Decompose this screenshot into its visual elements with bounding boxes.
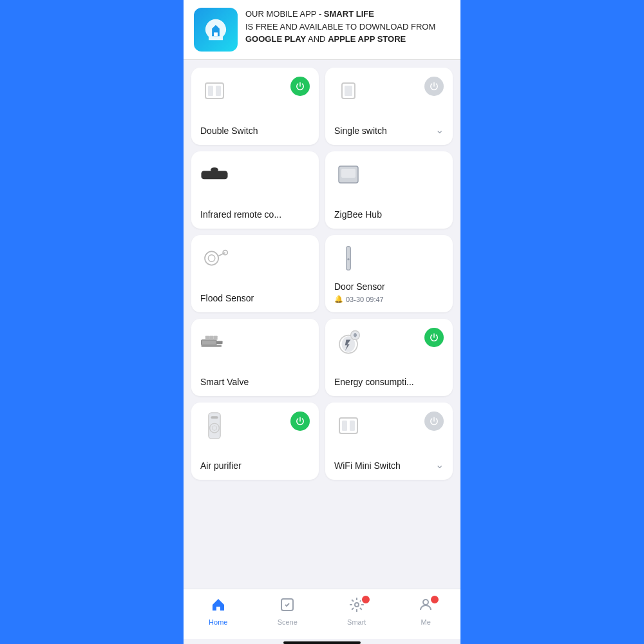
- svg-point-10: [205, 251, 218, 265]
- smart-life-logo: [194, 8, 238, 52]
- svg-rect-25: [211, 416, 218, 419]
- chevron-wifi-mini-switch: ⌄: [435, 459, 444, 471]
- device-card-door-sensor[interactable]: Door Sensor 🔔 03-30 09:47: [325, 235, 453, 312]
- svg-rect-9: [341, 169, 355, 178]
- device-name-flood-sensor: Flood Sensor: [200, 293, 310, 303]
- power-button-double-switch[interactable]: [290, 77, 310, 96]
- svg-rect-29: [342, 421, 347, 431]
- svg-rect-0: [214, 32, 218, 36]
- banner: OUR MOBILE APP - SMART LIFE IS FREE AND …: [184, 0, 460, 60]
- device-name-energy-consumption: Energy consumpti...: [334, 377, 444, 387]
- device-card-air-purifier[interactable]: Air purifier: [191, 402, 319, 480]
- svg-rect-20: [213, 336, 217, 340]
- nav-label-me: Me: [421, 618, 431, 626]
- wifi-mini-switch-icon: [334, 412, 363, 440]
- home-icon: [211, 597, 226, 616]
- svg-rect-16: [202, 340, 217, 345]
- device-card-double-switch[interactable]: Double Switch: [191, 68, 319, 145]
- single-switch-icon: [334, 77, 363, 105]
- scene-icon: [279, 597, 295, 616]
- flood-sensor-icon: [200, 244, 229, 272]
- svg-rect-2: [208, 86, 213, 96]
- me-badge: [430, 594, 440, 605]
- device-name-infrared-remote: Infrared remote co...: [200, 209, 310, 220]
- svg-rect-18: [205, 336, 209, 340]
- phone-container: OUR MOBILE APP - SMART LIFE IS FREE AND …: [184, 0, 460, 644]
- power-button-wifi-mini-switch[interactable]: [424, 412, 444, 431]
- svg-rect-19: [209, 336, 213, 340]
- smart-valve-icon: [200, 328, 229, 356]
- device-name-wifi-mini-switch: WiFi Mini Switch: [334, 460, 401, 471]
- nav-item-me[interactable]: Me: [392, 594, 461, 629]
- ir-remote-icon: [200, 160, 229, 189]
- svg-point-33: [423, 600, 428, 605]
- device-grid: Double Switch Single switch: [184, 60, 460, 589]
- svg-point-7: [211, 167, 218, 172]
- device-card-infrared-remote[interactable]: Infrared remote co...: [191, 151, 319, 229]
- device-name-smart-valve: Smart Valve: [200, 377, 310, 387]
- device-card-energy-consumption[interactable]: Energy consumpti...: [325, 319, 453, 396]
- svg-point-32: [355, 603, 359, 607]
- bottom-nav: Home Scene Smart: [184, 589, 460, 639]
- device-card-wifi-mini-switch[interactable]: WiFi Mini Switch ⌄: [325, 402, 453, 480]
- svg-point-11: [208, 255, 215, 262]
- device-name-single-switch: Single switch: [334, 126, 387, 136]
- banner-text: OUR MOBILE APP - SMART LIFE IS FREE AND …: [245, 8, 435, 46]
- device-card-smart-valve[interactable]: Smart Valve: [191, 319, 319, 396]
- device-name-door-sensor: Door Sensor: [334, 281, 444, 292]
- double-switch-icon: [200, 77, 229, 105]
- door-sensor-icon: [334, 244, 363, 272]
- home-indicator: [283, 641, 361, 644]
- power-button-air-purifier[interactable]: [290, 412, 310, 431]
- nav-label-home: Home: [209, 618, 227, 626]
- nav-item-scene[interactable]: Scene: [253, 594, 323, 629]
- svg-point-15: [347, 258, 349, 260]
- device-card-single-switch[interactable]: Single switch ⌄: [325, 68, 453, 145]
- svg-rect-21: [202, 345, 222, 347]
- nav-label-scene: Scene: [278, 618, 298, 626]
- smart-badge: [361, 594, 371, 605]
- nav-item-home[interactable]: Home: [184, 594, 253, 629]
- svg-rect-5: [345, 86, 352, 96]
- air-purifier-icon: [200, 412, 229, 440]
- chevron-single-switch: ⌄: [435, 124, 444, 136]
- device-card-flood-sensor[interactable]: Flood Sensor: [191, 235, 319, 312]
- zigbee-hub-icon: [334, 160, 363, 189]
- power-button-single-switch[interactable]: [424, 77, 444, 96]
- nav-label-smart: Smart: [347, 618, 366, 626]
- svg-rect-30: [350, 421, 355, 431]
- svg-rect-3: [216, 86, 221, 96]
- power-button-energy[interactable]: [424, 328, 444, 347]
- device-card-zigbee-hub[interactable]: ZigBee Hub: [325, 151, 453, 229]
- device-name-air-purifier: Air purifier: [200, 460, 310, 471]
- device-name-zigbee-hub: ZigBee Hub: [334, 209, 444, 220]
- nav-item-smart[interactable]: Smart: [322, 594, 392, 629]
- device-name-double-switch: Double Switch: [200, 126, 258, 136]
- door-sensor-status: 🔔 03-30 09:47: [334, 295, 444, 303]
- svg-rect-17: [216, 341, 222, 344]
- energy-icon: [334, 328, 363, 356]
